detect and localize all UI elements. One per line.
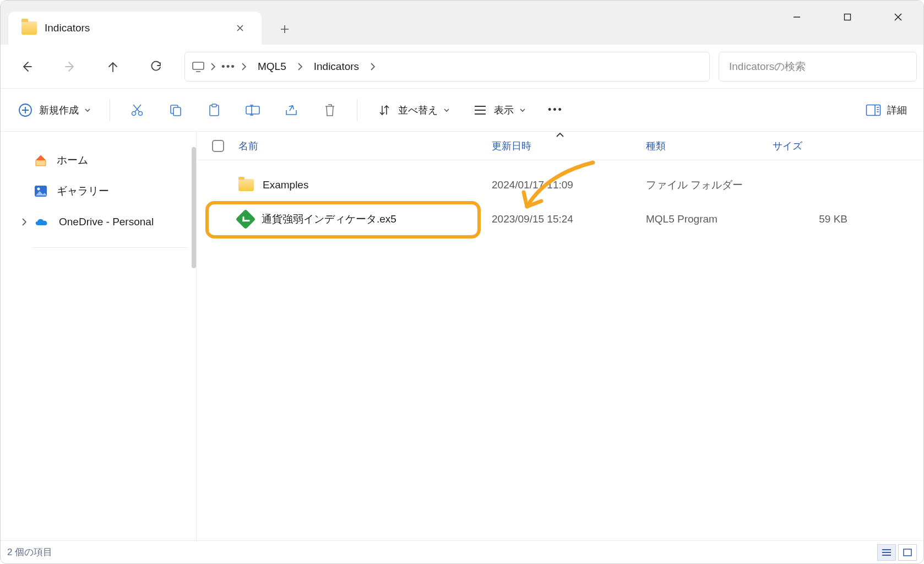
clipboard-icon xyxy=(206,102,222,118)
trash-icon xyxy=(322,102,338,118)
folder-icon xyxy=(238,179,254,191)
this-pc-icon xyxy=(192,61,205,72)
chevron-right-icon[interactable] xyxy=(370,63,376,70)
toolbar: 新規作成 並べ替え 表示 ••• 詳細 xyxy=(1,89,923,132)
share-icon xyxy=(283,102,300,118)
chevron-right-icon[interactable] xyxy=(210,63,216,70)
chevron-down-icon xyxy=(84,107,91,113)
select-all-checkbox[interactable] xyxy=(212,140,238,152)
ex5-program-icon xyxy=(236,209,256,230)
sidebar-divider xyxy=(32,247,187,248)
window-controls xyxy=(771,1,923,34)
sidebar-item-gallery[interactable]: ギャラリー xyxy=(16,176,193,207)
view-label: 表示 xyxy=(494,104,514,117)
svg-rect-6 xyxy=(173,107,181,116)
titlebar: Indicators xyxy=(1,1,923,45)
sort-label: 並べ替え xyxy=(398,104,438,117)
column-headers: 名前 更新日時 種類 サイズ xyxy=(197,132,923,160)
file-rows: Examples 2024/01/17 11:09 ファイル フォルダー 通貨強… xyxy=(197,160,923,236)
details-pane-button[interactable]: 詳細 xyxy=(862,97,910,123)
svg-rect-10 xyxy=(867,105,880,115)
new-tab-button[interactable] xyxy=(269,14,300,45)
status-bar: 2 個の項目 xyxy=(1,540,923,563)
chevron-right-icon[interactable] xyxy=(21,218,27,226)
file-date: 2024/01/17 11:09 xyxy=(492,179,646,191)
svg-rect-8 xyxy=(212,104,216,107)
file-size: 59 KB xyxy=(773,213,861,225)
svg-rect-1 xyxy=(193,62,204,69)
file-name: Examples xyxy=(263,179,308,191)
ellipsis-crumb[interactable]: ••• xyxy=(221,61,236,73)
copy-button[interactable] xyxy=(164,97,187,123)
delete-button[interactable] xyxy=(318,97,341,123)
address-bar[interactable]: ••• MQL5 Indicators xyxy=(184,52,710,82)
list-view-icon xyxy=(472,102,488,118)
crumb-mql5[interactable]: MQL5 xyxy=(252,58,292,75)
clipboard-group xyxy=(126,97,341,123)
explorer-window: Indicators xyxy=(0,0,924,564)
onedrive-icon xyxy=(34,216,50,227)
tab-indicators[interactable]: Indicators xyxy=(8,12,262,45)
search-placeholder: Indicatorsの検索 xyxy=(729,59,806,74)
forward-button[interactable] xyxy=(50,51,90,82)
minimize-button[interactable] xyxy=(771,1,822,34)
sidebar: ホーム ギャラリー OneDrive - Personal xyxy=(1,132,197,540)
details-view-toggle[interactable] xyxy=(877,544,896,561)
chevron-down-icon xyxy=(519,107,526,113)
gallery-icon xyxy=(34,185,48,198)
refresh-button[interactable] xyxy=(136,51,176,82)
sidebar-item-home[interactable]: ホーム xyxy=(16,145,193,176)
tab-title: Indicators xyxy=(45,22,223,34)
file-name: 通貨強弱インディケータ.ex5 xyxy=(262,212,396,226)
sidebar-scrollbar[interactable] xyxy=(192,147,196,268)
close-tab-button[interactable] xyxy=(231,19,249,37)
plus-circle-icon xyxy=(17,102,34,118)
status-text: 2 個の項目 xyxy=(7,546,52,558)
column-header-date[interactable]: 更新日時 xyxy=(492,139,646,153)
nav-row: ••• MQL5 Indicators Indicatorsの検索 xyxy=(1,45,923,89)
cut-button[interactable] xyxy=(126,97,149,123)
sidebar-item-label: ホーム xyxy=(57,153,88,167)
maximize-button[interactable] xyxy=(822,1,873,34)
home-icon xyxy=(34,153,48,167)
toolbar-separator xyxy=(357,99,357,121)
share-button[interactable] xyxy=(280,97,303,123)
folder-icon xyxy=(21,21,37,35)
svg-rect-13 xyxy=(904,549,911,556)
file-type: ファイル フォルダー xyxy=(646,178,773,192)
sidebar-item-label: OneDrive - Personal xyxy=(59,216,154,228)
rename-icon xyxy=(244,102,261,118)
sort-icon xyxy=(376,102,393,118)
back-button[interactable] xyxy=(7,51,47,82)
rename-button[interactable] xyxy=(241,97,264,123)
file-row[interactable]: Examples 2024/01/17 11:09 ファイル フォルダー xyxy=(212,168,923,202)
scissors-icon xyxy=(129,102,145,118)
new-label: 新規作成 xyxy=(39,104,79,117)
toolbar-separator xyxy=(110,99,110,121)
chevron-right-icon[interactable] xyxy=(241,63,247,70)
column-header-type[interactable]: 種類 xyxy=(646,139,773,153)
details-pane-icon xyxy=(865,102,882,118)
thumbnails-view-toggle[interactable] xyxy=(898,544,917,561)
details-label: 詳細 xyxy=(887,104,907,117)
sort-indicator-icon xyxy=(556,132,564,138)
more-button[interactable]: ••• xyxy=(545,97,567,123)
close-window-button[interactable] xyxy=(873,1,923,34)
new-button[interactable]: 新規作成 xyxy=(14,97,94,123)
svg-point-3 xyxy=(132,111,136,115)
chevron-down-icon xyxy=(443,107,450,113)
paste-button[interactable] xyxy=(203,97,226,123)
column-header-name[interactable]: 名前 xyxy=(238,139,492,153)
crumb-indicators[interactable]: Indicators xyxy=(308,58,365,75)
column-header-size[interactable]: サイズ xyxy=(773,139,861,153)
sidebar-item-onedrive[interactable]: OneDrive - Personal xyxy=(16,207,193,237)
search-input[interactable]: Indicatorsの検索 xyxy=(719,52,917,82)
up-button[interactable] xyxy=(93,51,133,82)
chevron-right-icon[interactable] xyxy=(297,63,303,70)
view-button[interactable]: 表示 xyxy=(469,97,529,123)
svg-rect-9 xyxy=(246,106,259,114)
file-row[interactable]: 通貨強弱インディケータ.ex5 2023/09/15 15:24 MQL5 Pr… xyxy=(212,202,923,236)
sort-button[interactable]: 並べ替え xyxy=(373,97,453,123)
svg-rect-0 xyxy=(845,14,851,20)
svg-point-12 xyxy=(37,188,40,191)
